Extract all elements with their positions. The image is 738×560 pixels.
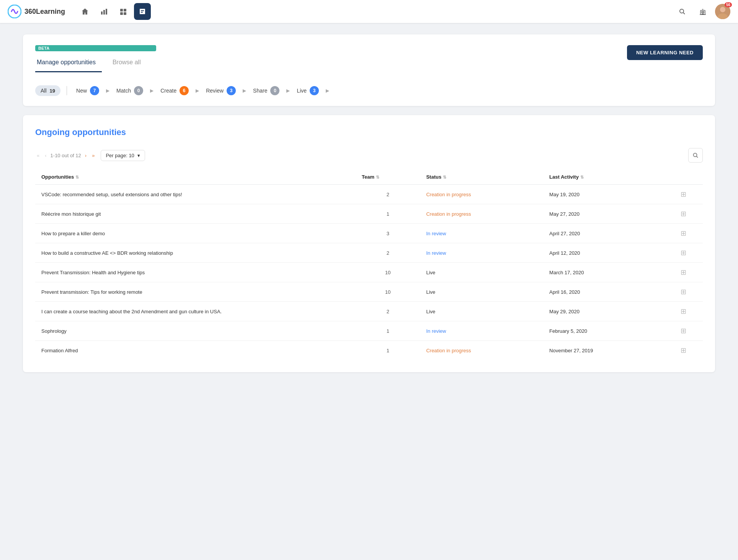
table-row: How to build a constructive AE <> BDR wo… bbox=[35, 243, 703, 263]
filter-label-create: Create bbox=[160, 88, 176, 94]
col-header-last_activity[interactable]: Last Activity⇅ bbox=[543, 169, 664, 185]
opportunity-name[interactable]: Sophrology bbox=[35, 321, 356, 341]
svg-rect-1 bbox=[101, 11, 103, 15]
puzzle-icon[interactable]: ⊞ bbox=[681, 210, 686, 218]
puzzle-icon[interactable]: ⊞ bbox=[681, 347, 686, 354]
search-nav-btn[interactable] bbox=[674, 3, 691, 20]
opportunity-action[interactable]: ⊞ bbox=[664, 302, 703, 321]
navbar-right: 56 bbox=[674, 3, 730, 20]
filter-arrow-live[interactable]: ▶ bbox=[323, 86, 331, 95]
svg-line-15 bbox=[697, 156, 698, 158]
table-title: Ongoing opportunities bbox=[35, 127, 703, 137]
table-row: Prevent Transmission: Health and Hygiene… bbox=[35, 263, 703, 282]
puzzle-icon[interactable]: ⊞ bbox=[681, 249, 686, 257]
home-nav-btn[interactable] bbox=[77, 3, 93, 20]
filter-step-review[interactable]: Review3 bbox=[203, 85, 239, 97]
col-header-team[interactable]: Team⇅ bbox=[356, 169, 420, 185]
filter-arrow-create[interactable]: ▶ bbox=[193, 86, 201, 95]
filter-label-review: Review bbox=[206, 88, 224, 94]
filter-count-review: 3 bbox=[227, 86, 236, 95]
opportunity-last-activity: May 19, 2020 bbox=[543, 185, 664, 204]
page-next-btn[interactable]: › bbox=[83, 152, 88, 159]
opportunity-name[interactable]: VSCode: recommended setup, useful extens… bbox=[35, 185, 356, 204]
svg-rect-3 bbox=[106, 9, 107, 15]
filter-arrow-review[interactable]: ▶ bbox=[240, 86, 248, 95]
tab-browse[interactable]: Browse all bbox=[111, 56, 147, 72]
puzzle-icon[interactable]: ⊞ bbox=[681, 288, 686, 296]
opportunity-last-activity: February 5, 2020 bbox=[543, 321, 664, 341]
opportunity-team: 10 bbox=[356, 282, 420, 302]
page-last-btn[interactable]: » bbox=[90, 152, 96, 159]
courses-nav-btn[interactable] bbox=[134, 3, 151, 20]
svg-rect-6 bbox=[120, 12, 123, 15]
avatar-wrapper[interactable]: 56 bbox=[715, 4, 730, 19]
pages-nav-btn[interactable] bbox=[115, 3, 132, 20]
opportunity-action[interactable]: ⊞ bbox=[664, 243, 703, 263]
puzzle-icon[interactable]: ⊞ bbox=[681, 308, 686, 315]
col-header-status[interactable]: Status⇅ bbox=[420, 169, 543, 185]
analytics-nav-btn[interactable] bbox=[96, 3, 113, 20]
filter-steps: New7▶Match0▶Create6▶Review3▶Share0▶Live3… bbox=[73, 85, 331, 97]
opportunity-action[interactable]: ⊞ bbox=[664, 263, 703, 282]
opportunity-last-activity: April 27, 2020 bbox=[543, 224, 664, 243]
table-search-btn[interactable] bbox=[688, 148, 703, 163]
col-header-name[interactable]: Opportunities⇅ bbox=[35, 169, 356, 185]
filter-count-live: 3 bbox=[310, 86, 319, 95]
opportunity-status: Creation in progress bbox=[420, 341, 543, 360]
logo[interactable]: 360Learning bbox=[8, 5, 65, 18]
opportunity-team: 2 bbox=[356, 243, 420, 263]
svg-rect-2 bbox=[103, 10, 105, 15]
opportunity-name[interactable]: How to build a constructive AE <> BDR wo… bbox=[35, 243, 356, 263]
search-nav-icon bbox=[679, 8, 686, 15]
opportunity-last-activity: April 16, 2020 bbox=[543, 282, 664, 302]
filter-divider bbox=[67, 86, 67, 95]
filter-step-share[interactable]: Share0 bbox=[250, 85, 282, 97]
filter-step-create[interactable]: Create6 bbox=[157, 85, 192, 97]
opportunity-action[interactable]: ⊞ bbox=[664, 224, 703, 243]
tabs-header: BETA Manage opportunities Browse all NEW… bbox=[35, 45, 703, 72]
opportunity-action[interactable]: ⊞ bbox=[664, 282, 703, 302]
opportunity-name[interactable]: Prevent Transmission: Health and Hygiene… bbox=[35, 263, 356, 282]
table-row: Prevent transmission: Tips for working r… bbox=[35, 282, 703, 302]
building-nav-btn[interactable] bbox=[694, 3, 711, 20]
opportunity-action[interactable]: ⊞ bbox=[664, 321, 703, 341]
page-first-btn[interactable]: « bbox=[35, 152, 41, 159]
opportunity-name[interactable]: Formation Alfred bbox=[35, 341, 356, 360]
page-prev-btn[interactable]: ‹ bbox=[43, 152, 48, 159]
opportunity-action[interactable]: ⊞ bbox=[664, 185, 703, 204]
filter-arrow-match[interactable]: ▶ bbox=[148, 86, 156, 95]
filter-arrow-new[interactable]: ▶ bbox=[104, 86, 112, 95]
puzzle-icon[interactable]: ⊞ bbox=[681, 269, 686, 276]
opportunity-team: 1 bbox=[356, 204, 420, 224]
opportunity-name[interactable]: Réécrire mon historique git bbox=[35, 204, 356, 224]
opportunity-team: 10 bbox=[356, 263, 420, 282]
opportunity-name[interactable]: I can create a course teaching about the… bbox=[35, 302, 356, 321]
filter-all[interactable]: All 19 bbox=[35, 85, 60, 96]
opportunities-table: Opportunities⇅Team⇅Status⇅Last Activity⇅… bbox=[35, 169, 703, 360]
puzzle-icon[interactable]: ⊞ bbox=[681, 190, 686, 198]
filter-arrow-share[interactable]: ▶ bbox=[284, 86, 292, 95]
logo-icon bbox=[8, 5, 21, 18]
new-learning-need-button[interactable]: NEW LEARNING NEED bbox=[627, 45, 703, 60]
tab-manage[interactable]: Manage opportunities bbox=[35, 56, 102, 72]
puzzle-icon[interactable]: ⊞ bbox=[681, 327, 686, 335]
opportunity-action[interactable]: ⊞ bbox=[664, 341, 703, 360]
puzzle-icon[interactable]: ⊞ bbox=[681, 230, 686, 237]
filter-count-new: 7 bbox=[90, 86, 99, 95]
filter-all-count: 19 bbox=[50, 88, 55, 94]
filter-step-match[interactable]: Match0 bbox=[113, 85, 146, 97]
chart-icon bbox=[100, 8, 108, 15]
filter-step-live[interactable]: Live3 bbox=[294, 85, 322, 97]
sort-icon: ⇅ bbox=[75, 175, 79, 180]
opportunity-name[interactable]: Prevent transmission: Tips for working r… bbox=[35, 282, 356, 302]
filter-label-match: Match bbox=[116, 88, 131, 94]
main-content: BETA Manage opportunities Browse all NEW… bbox=[0, 23, 738, 384]
filter-step-new[interactable]: New7 bbox=[73, 85, 102, 97]
filter-count-match: 0 bbox=[134, 86, 143, 95]
opportunity-action[interactable]: ⊞ bbox=[664, 204, 703, 224]
table-row: Formation Alfred1Creation in progressNov… bbox=[35, 341, 703, 360]
opportunity-name[interactable]: How to prepare a killer demo bbox=[35, 224, 356, 243]
table-body: VSCode: recommended setup, useful extens… bbox=[35, 185, 703, 360]
opportunity-team: 2 bbox=[356, 185, 420, 204]
per-page-select[interactable]: Per page: 10 ▾ bbox=[101, 150, 145, 161]
